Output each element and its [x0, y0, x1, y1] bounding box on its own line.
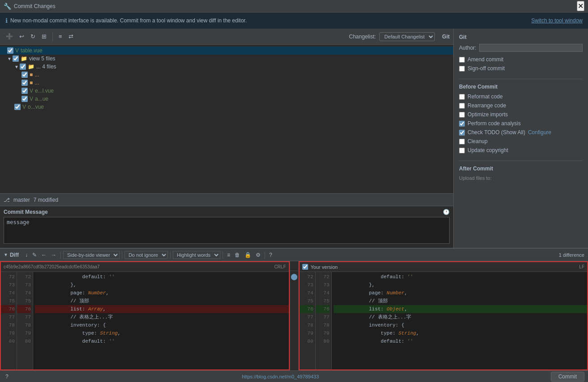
tree-item-table-vue[interactable]: V table.vue [0, 47, 453, 55]
diff-toolbar: ▼ Diff ↓ ✎ ← → Side-by-side viewer Do no… [0, 249, 588, 261]
help-button[interactable]: ? [267, 251, 274, 259]
diff-down-button[interactable]: ↓ [23, 251, 30, 259]
clock-icon[interactable]: 🕐 [443, 209, 450, 215]
amend-commit-checkbox[interactable] [459, 57, 465, 63]
commit-button[interactable]: Commit [551, 372, 584, 382]
left-panel: ➕ ↩ ↻ ⊞ ≡ ⇄ Changelist: Default Changeli… [0, 29, 454, 248]
diff-sep-5 [265, 251, 265, 259]
diff-right-pane: Your version LF 72 73 74 75 76 77 78 79 … [299, 261, 588, 370]
highlight-select[interactable]: Highlight words [173, 251, 220, 259]
collapse-button[interactable]: ≡ [225, 251, 232, 259]
tree-item-file1[interactable]: ■ ... [0, 71, 453, 79]
settings-button[interactable]: ⚙ [254, 251, 262, 259]
ignore-select[interactable]: Do not ignore [124, 251, 168, 259]
bottom-help-button[interactable]: ? [4, 373, 10, 381]
perform-analysis-checkbox[interactable] [459, 121, 465, 127]
tree-label-file4: a...ue [35, 96, 48, 102]
info-bar: ℹ New non-modal commit interface is avai… [0, 13, 588, 29]
diff-line-added: list: Object, [334, 305, 588, 313]
tree-checkbox-file1[interactable] [21, 72, 28, 78]
changelist-select[interactable]: Default Changelist [379, 32, 435, 41]
tree-item-file5[interactable]: V o...vue [0, 103, 453, 111]
tree-checkbox-view[interactable] [13, 55, 19, 62]
app-icon: 🔧 [4, 3, 11, 10]
cleanup-checkbox[interactable] [459, 139, 465, 144]
diff-sep-2 [122, 251, 122, 259]
bottom-url: https://blog.csdn.net/m0_49789433 [242, 374, 319, 379]
cleanup-label: Cleanup [468, 138, 488, 144]
refresh-button[interactable]: ↻ [28, 32, 38, 41]
right-panel: Git Author: Amend commit Sign-off commit… [454, 29, 588, 248]
sort-button[interactable]: ≡ [56, 32, 64, 41]
diff-collapse-icon[interactable]: ▼ [4, 252, 8, 257]
diff-line: inventory: { [35, 321, 289, 329]
diff-edit-button[interactable]: ✎ [30, 251, 39, 259]
lock-button[interactable]: 🔒 [243, 251, 253, 259]
before-commit-title: Before Commit [459, 84, 583, 90]
optimize-imports-row: Optimize imports [459, 111, 583, 118]
tree-checkbox-file2[interactable] [21, 80, 28, 86]
amend-commit-label: Amend commit [468, 56, 503, 63]
diff-label: Diff [10, 252, 19, 258]
tree-item-view[interactable]: ▼ 📁 view 5 files [0, 55, 453, 63]
tree-label-file3: e...l.vue [35, 88, 54, 94]
close-button[interactable]: ✕ [577, 1, 584, 11]
tree-label-file1: ... [34, 72, 39, 78]
update-copyright-label: Update copyright [468, 147, 508, 153]
diff-right-checkbox[interactable] [302, 264, 308, 270]
tree-item-file2[interactable]: ■ ... [0, 79, 453, 87]
tree-item-file3[interactable]: V e...l.vue [0, 87, 453, 95]
diff-line: type: String, [35, 329, 289, 337]
diff-delete-button[interactable]: 🗑 [233, 251, 242, 259]
file-icon-4: V [30, 96, 33, 102]
commit-message-input[interactable]: message [4, 217, 450, 244]
tree-checkbox-file3[interactable] [21, 88, 28, 94]
update-copyright-checkbox[interactable] [459, 148, 465, 153]
viewer-select[interactable]: Side-by-side viewer [63, 251, 120, 259]
diff-line: page: Number, [35, 289, 289, 297]
switch-to-tool-window-link[interactable]: Switch to tool window [531, 17, 583, 24]
check-todo-label: Check TODO (Show All) [468, 129, 525, 136]
diff-right-encoding: LF [579, 264, 584, 269]
tree-checkbox-subdir[interactable] [20, 64, 26, 70]
configure-link[interactable]: Configure [528, 129, 551, 136]
check-todo-checkbox[interactable] [459, 130, 465, 136]
optimize-imports-label: Optimize imports [468, 111, 508, 118]
diff-left-code: 72 73 74 75 76 77 78 79 80 72 73 74 [1, 272, 289, 369]
author-input[interactable] [479, 44, 583, 52]
optimize-imports-checkbox[interactable] [459, 112, 465, 118]
expand-icon-view: ▼ [7, 56, 12, 61]
tree-checkbox-table-vue[interactable] [7, 47, 13, 54]
diff-right-title: Your version [311, 264, 338, 270]
move-button[interactable]: ⇄ [66, 32, 76, 41]
bottom-status-bar: ? https://blog.csdn.net/m0_49789433 Comm… [0, 370, 588, 382]
perform-analysis-label: Perform code analysis [468, 120, 521, 127]
commit-message-label: Commit Message [4, 209, 48, 215]
diff-line: page: Number, [334, 289, 588, 297]
diff-center-handle[interactable]: ⬤ [291, 273, 298, 280]
undo-button[interactable]: ↩ [17, 32, 26, 41]
signoff-commit-checkbox[interactable] [459, 66, 465, 72]
reformat-code-checkbox[interactable] [459, 94, 465, 100]
tree-item-subdir[interactable]: ▼ 📁 ... 4 files [0, 63, 453, 71]
signoff-commit-label: Sign-off commit [468, 65, 505, 72]
after-commit-title: After Commit [459, 166, 583, 172]
diff-prev-button[interactable]: ← [39, 251, 48, 259]
diff-line: default: '' [334, 273, 588, 281]
tree-item-file4[interactable]: V a...ue [0, 95, 453, 103]
difference-count: 1 difference [559, 252, 584, 258]
rearrange-code-checkbox[interactable] [459, 103, 465, 109]
diff-right-line-nums2: 72 73 74 75 76 77 78 79 80 [316, 272, 332, 369]
add-button[interactable]: ➕ [4, 32, 15, 41]
diff-next-button[interactable]: → [49, 251, 58, 259]
diff-line: type: String, [334, 329, 588, 337]
signoff-commit-row: Sign-off commit [459, 65, 583, 72]
diff-right-header: Your version LF [300, 262, 588, 272]
diff-right-code: 72 73 74 75 76 77 78 79 80 72 73 74 [300, 272, 588, 369]
tree-checkbox-file4[interactable] [21, 96, 28, 102]
diff-panel: ▼ Diff ↓ ✎ ← → Side-by-side viewer Do no… [0, 248, 588, 382]
group-button[interactable]: ⊞ [39, 32, 49, 41]
amend-commit-row: Amend commit [459, 56, 583, 63]
tree-checkbox-file5[interactable] [14, 104, 21, 110]
update-copyright-row: Update copyright [459, 147, 583, 153]
